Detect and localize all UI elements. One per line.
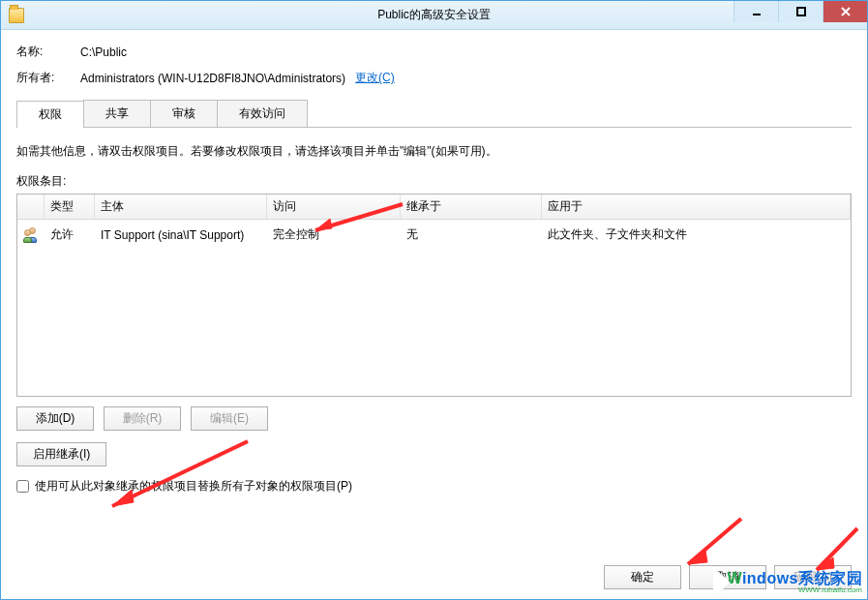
maximize-button[interactable] (778, 1, 823, 22)
permission-grid[interactable]: 类型 主体 访问 继承于 应用于 允许 IT Support (sina\IT … (16, 194, 852, 397)
name-value: C:\Public (80, 45, 127, 59)
svg-line-8 (688, 519, 741, 564)
table-row[interactable]: 允许 IT Support (sina\IT Support) 完全控制 无 此… (17, 220, 851, 250)
cell-inherit: 无 (401, 223, 542, 247)
svg-rect-0 (753, 14, 761, 15)
cell-apply: 此文件夹、子文件夹和文件 (542, 223, 851, 247)
owner-value: Administrators (WIN-U12D8FI8JNO\Administ… (80, 72, 345, 85)
col-type[interactable]: 类型 (45, 195, 95, 219)
replace-child-permissions-label[interactable]: 使用可从此对象继承的权限项目替换所有子对象的权限项目(P) (35, 478, 352, 495)
tab-audit[interactable]: 审核 (150, 100, 218, 127)
instruction-text: 如需其他信息，请双击权限项目。若要修改权限项目，请选择该项目并单击"编辑"(如果… (16, 143, 852, 160)
apply-button[interactable]: 应用(A) (774, 565, 852, 589)
enable-inherit-button[interactable]: 启用继承(I) (16, 442, 106, 466)
col-principal[interactable]: 主体 (95, 195, 267, 219)
col-apply[interactable]: 应用于 (542, 195, 851, 219)
cell-access: 完全控制 (267, 223, 401, 247)
ok-button[interactable]: 确定 (604, 565, 681, 589)
owner-label: 所有者: (16, 70, 80, 86)
change-owner-link[interactable]: 更改(C) (355, 70, 395, 86)
col-inherit[interactable]: 继承于 (401, 195, 542, 219)
annotation-arrow (678, 514, 746, 572)
cell-principal: IT Support (sina\IT Support) (95, 225, 267, 246)
svg-line-10 (817, 528, 857, 570)
tabstrip: 权限 共享 审核 有效访问 (16, 100, 852, 128)
svg-rect-1 (797, 8, 805, 15)
tab-permissions[interactable]: 权限 (16, 101, 84, 128)
replace-child-permissions-checkbox[interactable] (16, 480, 29, 493)
svg-marker-9 (688, 551, 707, 564)
close-button[interactable] (823, 1, 867, 22)
tab-effective-access[interactable]: 有效访问 (217, 100, 308, 127)
remove-button[interactable]: 删除(R) (104, 406, 181, 431)
col-access[interactable]: 访问 (267, 195, 401, 219)
tab-share[interactable]: 共享 (83, 100, 151, 127)
entries-label: 权限条目: (16, 173, 852, 190)
name-label: 名称: (16, 44, 80, 60)
users-icon (23, 227, 39, 243)
edit-button[interactable]: 编辑(E) (191, 406, 268, 431)
minimize-button[interactable] (733, 1, 778, 22)
add-button[interactable]: 添加(D) (16, 406, 94, 431)
titlebar: Public的高级安全设置 (1, 1, 867, 30)
cancel-button[interactable]: 取消 (689, 565, 766, 589)
grid-header: 类型 主体 访问 继承于 应用于 (17, 195, 851, 220)
cell-type: 允许 (45, 223, 95, 247)
